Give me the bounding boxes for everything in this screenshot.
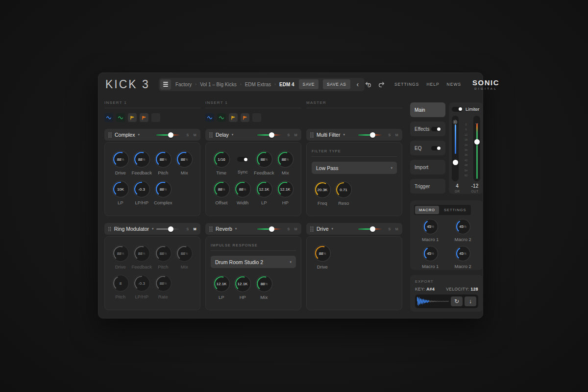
knob-dial[interactable]: 88% xyxy=(175,245,193,262)
knob-dial[interactable]: 12.1K xyxy=(213,275,230,293)
knob-dial[interactable]: 12.1K xyxy=(234,275,251,293)
save-button[interactable]: SAVE xyxy=(299,79,318,89)
slider-handle[interactable] xyxy=(168,226,173,232)
mute-button[interactable]: M xyxy=(294,227,297,231)
effect-slot[interactable] xyxy=(252,113,261,122)
panel-level-slider[interactable] xyxy=(358,226,384,232)
mute-button[interactable]: M xyxy=(294,133,297,137)
knob-drive[interactable]: 88%Drive xyxy=(110,150,131,175)
knob-mix[interactable]: 88%Mix xyxy=(174,150,196,175)
knob-pitch[interactable]: 88%Pitch xyxy=(152,150,174,175)
help-menu-item[interactable]: HELP xyxy=(426,82,439,87)
knob-lp-hp[interactable]: -0.3LP/HP xyxy=(131,274,153,299)
knob-drive[interactable]: 88%Drive xyxy=(110,245,131,270)
undo-icon[interactable] xyxy=(365,81,372,88)
knob-dial[interactable]: 88% xyxy=(112,150,129,168)
settings-menu-item[interactable]: SETTINGS xyxy=(394,82,419,87)
knob-dial[interactable]: -0.3 xyxy=(133,180,150,198)
knob-mix[interactable]: 88%Mix xyxy=(253,275,275,300)
chevron-down-icon[interactable]: ▾ xyxy=(343,133,345,137)
toggle-switch[interactable] xyxy=(431,127,441,131)
mute-button[interactable]: M xyxy=(194,133,196,137)
knob-reso[interactable]: 0.71Reso xyxy=(333,181,355,206)
knob-dial[interactable]: 88% xyxy=(213,180,230,198)
effect-slot[interactable] xyxy=(217,113,226,122)
slider-handle[interactable] xyxy=(168,132,173,138)
panel-level-slider[interactable] xyxy=(156,226,182,232)
slider-handle[interactable] xyxy=(370,226,375,232)
slider-handle[interactable] xyxy=(269,132,274,138)
mute-button[interactable]: M xyxy=(395,227,398,231)
knob-dial[interactable]: 88% xyxy=(133,245,150,262)
knob-drive[interactable]: 88%Drive xyxy=(312,245,333,270)
solo-button[interactable]: S xyxy=(287,227,290,231)
chevron-down-icon[interactable]: ▾ xyxy=(232,133,234,137)
out-slider-handle[interactable] xyxy=(474,139,480,145)
knob-pitch[interactable]: 88%Pitch xyxy=(152,245,174,270)
output-meter[interactable]: → xyxy=(473,116,480,181)
knob-dial[interactable]: 12.1K xyxy=(255,180,273,198)
knob-dial[interactable]: 88% xyxy=(133,150,150,168)
effect-slot[interactable] xyxy=(104,113,113,122)
news-menu-item[interactable]: NEWS xyxy=(447,82,462,87)
knob-dial[interactable]: 12.1K xyxy=(276,180,294,198)
effect-slot[interactable] xyxy=(229,113,238,122)
prev-preset-button[interactable]: ‹ xyxy=(355,81,361,88)
knob-dial[interactable]: 88% xyxy=(112,245,129,262)
tab-macro[interactable]: MACRO xyxy=(415,206,439,214)
sidebar-item-eq[interactable]: EQ xyxy=(410,141,445,155)
knob-macro-2[interactable]: 45%Macro 2 xyxy=(455,245,471,269)
breadcrumb-item[interactable]: Vol 1 – Big Kicks xyxy=(200,82,236,87)
gr-slider-handle[interactable] xyxy=(453,160,458,165)
mute-button[interactable]: M xyxy=(194,227,196,231)
sync-toggle-cell[interactable]: Sync xyxy=(232,150,254,175)
panel-level-slider[interactable] xyxy=(358,132,384,138)
menu-icon[interactable] xyxy=(160,79,171,90)
refresh-icon[interactable]: ↻ xyxy=(451,296,463,306)
knob-dial[interactable]: 88% xyxy=(154,150,172,168)
knob-dial[interactable]: 88% xyxy=(154,274,172,292)
drag-handle-icon[interactable] xyxy=(209,132,213,138)
effect-slot[interactable] xyxy=(151,113,160,122)
breadcrumb-item[interactable]: Factory xyxy=(175,82,192,87)
knob-dial[interactable]: 10K xyxy=(112,180,129,198)
effect-slot[interactable] xyxy=(140,113,148,122)
chevron-down-icon[interactable]: ▾ xyxy=(138,133,140,137)
solo-button[interactable]: S xyxy=(186,133,189,137)
knob-dial[interactable]: 88% xyxy=(255,275,273,293)
knob-dial[interactable]: 45% xyxy=(422,245,439,262)
knob-feedback[interactable]: 88%Feedback xyxy=(253,150,275,175)
knob-freq[interactable]: 20.3KFreq xyxy=(312,181,333,206)
sidebar-item-effects[interactable]: Effects xyxy=(410,122,445,136)
knob-mix[interactable]: 88%Mix xyxy=(174,245,196,270)
knob-lp[interactable]: 12.1KLP xyxy=(211,275,232,300)
panel-level-slider[interactable] xyxy=(257,226,283,232)
chevron-down-icon[interactable]: ▾ xyxy=(152,227,154,231)
knob-dial[interactable]: 88% xyxy=(276,150,294,168)
knob-rate[interactable]: 88%Rate xyxy=(152,274,174,299)
gain-reduction-meter[interactable] xyxy=(452,116,459,181)
knob-dial[interactable]: 45% xyxy=(455,245,471,262)
save-as-button[interactable]: SAVE AS xyxy=(323,79,350,89)
effect-slot[interactable] xyxy=(116,113,125,122)
chevron-down-icon[interactable]: ▾ xyxy=(235,227,237,231)
slider-handle[interactable] xyxy=(269,226,274,232)
panel-title[interactable]: Reverb xyxy=(216,226,232,232)
knob-hp[interactable]: 12.1KHP xyxy=(232,275,254,300)
limiter-toggle[interactable] xyxy=(452,107,463,112)
knob-pitch[interactable]: 8Pitch xyxy=(110,274,131,299)
panel-level-slider[interactable] xyxy=(257,132,283,138)
dropdown-select[interactable]: Drum Room Studio 2▾ xyxy=(211,256,296,268)
panel-title[interactable]: Multi Filter xyxy=(317,132,340,138)
knob-dial[interactable]: 1/16 xyxy=(213,150,230,168)
download-icon[interactable]: ↓ xyxy=(465,296,476,306)
knob-dial[interactable]: 8 xyxy=(112,274,129,292)
solo-button[interactable]: S xyxy=(186,227,189,231)
knob-dial[interactable]: 88% xyxy=(255,150,273,168)
knob-offset[interactable]: 88%Offset xyxy=(211,180,232,205)
knob-dial[interactable]: 45% xyxy=(455,219,471,235)
knob-time[interactable]: 1/16Time xyxy=(211,150,232,175)
solo-button[interactable]: S xyxy=(287,133,290,137)
knob-macro-1[interactable]: 45%Macro 1 xyxy=(422,219,439,242)
knob-width[interactable]: 88%Width xyxy=(232,180,254,205)
